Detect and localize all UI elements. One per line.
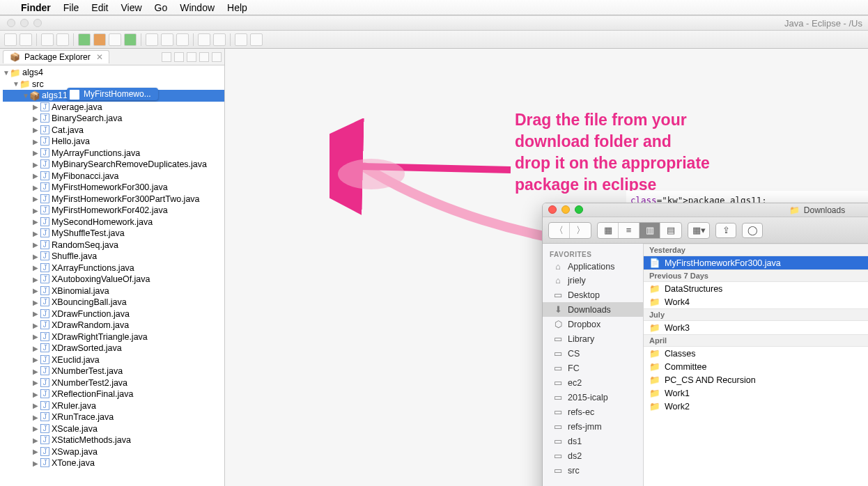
view-list-icon[interactable]: ≡ [619,223,640,238]
tree-row[interactable]: ▶🄹MyArrayFunctions.java [3,148,224,159]
view-gallery-icon[interactable]: ▤ [660,223,681,238]
chevron-icon[interactable]: ▶ [32,138,39,146]
package-tree[interactable]: ▼📁algs4▼📁src▼📦algs11MyFirstHomewo...▶🄹Av… [0,65,224,486]
tree-row[interactable]: ▶🄹XDrawSorted.java [3,343,224,354]
tree-row[interactable]: ▶🄹BinarySearch.java [3,113,224,125]
sidebar-item-desktop[interactable]: ▭Desktop [543,288,643,302]
chevron-icon[interactable]: ▶ [32,402,39,409]
tree-row[interactable]: ▶🄹XAutoboxingValueOf.java [3,274,224,285]
chevron-icon[interactable]: ▶ [32,184,39,191]
sidebar-item-folder[interactable]: ▭ds2 [543,448,643,463]
chevron-icon[interactable]: ▶ [32,207,39,214]
toolbar-run-ext-icon[interactable] [93,33,106,46]
toolbar-nav-back-icon[interactable] [235,33,247,46]
eclipse-window-control-icon[interactable] [7,19,15,27]
chevron-icon[interactable]: ▶ [32,253,39,260]
eclipse-window-control-icon[interactable] [33,19,42,27]
chevron-icon[interactable]: ▶ [32,310,39,318]
toolbar-new-class-icon[interactable] [161,33,173,46]
finder-window[interactable]: 📁 Downloads 〈 〉 ▦ ≡ ▥ ▤ ▦▾ ⇪ [542,203,868,486]
tree-row[interactable]: ▶🄹XArrayFunctions.java [3,262,224,274]
sidebar-item-downloads[interactable]: ⬇Downloads [543,302,643,317]
chevron-icon[interactable]: ▶ [32,264,39,272]
chevron-icon[interactable]: ▶ [32,322,39,329]
toolbar-btn-icon[interactable] [109,33,121,46]
toolbar-save-icon[interactable] [20,33,32,46]
tree-row[interactable]: ▶🄹Average.java [3,102,224,113]
toolbar-search-icon[interactable] [198,33,210,46]
sidebar-item-folder[interactable]: ▭2015-icalp [543,390,643,405]
eclipse-toolbar[interactable] [0,31,868,49]
toolbar-new-pkg-icon[interactable] [146,33,158,46]
toolbar-nav-fwd-icon[interactable] [250,33,263,46]
list-item[interactable]: 📁Work1› [644,386,868,400]
tree-row[interactable]: ▶🄹Shuffle.java [3,251,224,262]
chevron-icon[interactable]: ▶ [32,333,39,340]
chevron-icon[interactable]: ▶ [32,460,39,467]
tags-button[interactable]: ◯ [742,223,763,238]
tree-row[interactable]: ▶🄹XNumberTest2.java [3,377,224,389]
list-item[interactable]: 📁Committee› [644,360,868,373]
tree-row[interactable]: ▼📁algs4 [3,67,224,79]
sidebar-item-folder[interactable]: ▭ec2 [543,375,643,390]
tree-row[interactable]: ▶🄹Hello.java [3,136,224,148]
tree-row[interactable]: ▶🄹XDrawFunction.java [3,308,224,320]
finder-titlebar[interactable]: 📁 Downloads [543,203,868,217]
chevron-icon[interactable]: ▶ [32,161,39,168]
sidebar-item-folder[interactable]: ▭FC [543,361,643,375]
tree-row[interactable]: ▶🄹XScale.java [3,423,224,435]
list-item[interactable]: 📁Work3› [644,321,868,334]
package-explorer-view[interactable]: 📦 Package Explorer ✕ ▼📁algs4▼📁src▼📦algs1… [0,49,225,486]
list-item[interactable]: 📁Work2› [644,400,868,413]
arrange-button[interactable]: ▦▾ [688,223,709,238]
tree-row[interactable]: ▶🄹XDrawRightTriangle.java [3,331,224,343]
chevron-icon[interactable]: ▼ [22,92,29,100]
toolbar-open-type-icon[interactable] [176,33,189,46]
traffic-close-icon[interactable] [548,205,557,214]
traffic-zoom-icon[interactable] [575,205,583,214]
toolbar-debug-icon[interactable] [56,33,69,46]
toolbar-build-icon[interactable] [41,33,54,46]
finder-file-list[interactable]: Yesterday📄MyFirstHomeworkFor300.javaPrev… [644,244,868,486]
chevron-icon[interactable]: ▶ [32,391,39,398]
tree-row[interactable]: ▶🄹Cat.java [3,125,224,136]
menu-view[interactable]: View [121,2,141,13]
chevron-icon[interactable]: ▶ [32,299,39,306]
toolbar-run-icon[interactable] [78,33,91,46]
list-item[interactable]: 📄MyFirstHomeworkFor300.java [644,256,868,269]
tree-row[interactable]: ▶🄹MyFirstHomeworkFor402.java [3,205,224,217]
chevron-icon[interactable]: ▶ [32,126,39,134]
traffic-minimize-icon[interactable] [561,205,570,214]
sidebar-item-app[interactable]: ⌂Applications [543,260,643,274]
chevron-icon[interactable]: ▶ [32,437,39,444]
tree-row[interactable]: ▶🄹MyFirstHomeworkFor300PartTwo.java [3,194,224,205]
toolbar-coverage-icon[interactable] [124,33,137,46]
sidebar-item-folder[interactable]: ▭refs-jmm [543,419,643,434]
back-button[interactable]: 〈 [549,223,570,238]
tree-row[interactable]: ▶🄹XNumberTest.java [3,366,224,377]
list-item[interactable]: 📁DataStructures› [644,282,868,295]
sidebar-item-folder[interactable]: ▭CS [543,346,643,361]
finder-toolbar[interactable]: 〈 〉 ▦ ≡ ▥ ▤ ▦▾ ⇪ ◯ ⬡▾ 🔍 Search [543,217,868,244]
menu-file[interactable]: File [63,2,79,13]
list-item[interactable]: 📁PC_CS AND Recursion› [644,373,868,386]
toolbar-new-icon[interactable] [4,33,17,46]
chevron-icon[interactable]: ▶ [32,345,39,352]
tree-row[interactable]: ▶🄹MyFibonacci.java [3,171,224,182]
tree-row[interactable]: ▶🄹XBinomial.java [3,285,224,297]
chevron-icon[interactable]: ▶ [32,414,39,421]
chevron-icon[interactable]: ▶ [32,356,39,363]
tree-row[interactable]: ▶🄹XStaticMethods.java [3,434,224,446]
menu-window[interactable]: Window [180,2,215,13]
view-icon-icon[interactable]: ▦ [598,223,619,238]
eclipse-window-control-icon[interactable] [20,19,29,27]
link-editor-icon[interactable] [162,52,171,62]
chevron-icon[interactable]: ▼ [13,80,20,88]
sidebar-item-folder[interactable]: ▭src [543,463,643,478]
menu-help[interactable]: Help [227,2,247,13]
menu-go[interactable]: Go [155,2,168,13]
sidebar-item-folder[interactable]: ▭ds1 [543,434,643,448]
tree-row[interactable]: ▼📦algs11MyFirstHomewo... [3,90,224,102]
tree-row[interactable]: ▶🄹MySecondHomework.java [3,217,224,228]
chevron-icon[interactable]: ▶ [32,448,39,455]
